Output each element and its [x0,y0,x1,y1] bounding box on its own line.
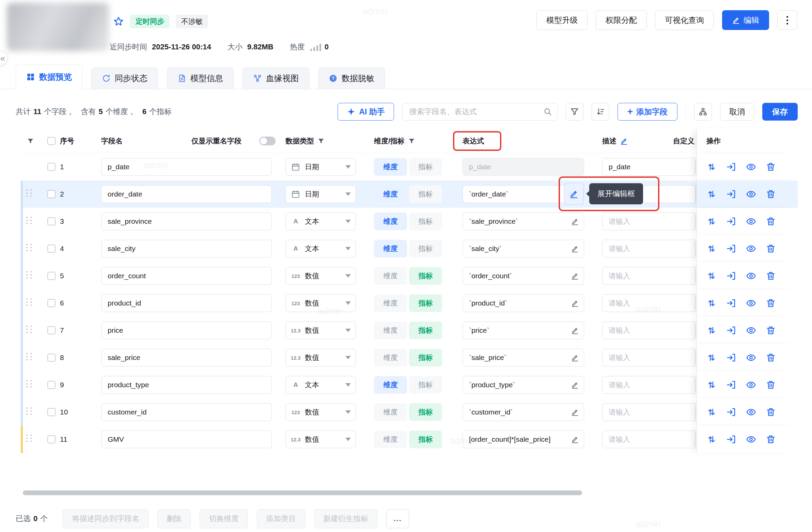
row-checkbox[interactable] [47,272,56,280]
metric-toggle[interactable]: 指标 [409,240,442,258]
drag-handle-icon[interactable] [26,244,33,251]
preview-field-icon[interactable] [746,271,756,281]
edit-button[interactable]: 编辑 [722,10,769,30]
insert-row-icon[interactable] [726,434,736,444]
description-input[interactable]: 请输入 [602,403,696,421]
ai-assistant-button[interactable]: AI 助手 [337,103,394,120]
field-name-input[interactable]: product_id [101,294,272,312]
save-button[interactable]: 保存 [762,103,798,120]
move-row-icon[interactable] [707,407,716,417]
insert-row-icon[interactable] [726,325,736,335]
delete-field-icon[interactable] [766,162,776,172]
favorite-star-icon[interactable] [113,16,124,27]
delete-field-icon[interactable] [766,244,776,254]
expression-input[interactable]: `price` [463,321,584,339]
delete-field-icon[interactable] [766,271,776,281]
expand-editor-icon[interactable] [568,433,582,446]
table-filter-icon[interactable] [27,129,34,153]
expand-editor-icon[interactable] [568,242,582,256]
tab-model-info[interactable]: 模型信息 [167,68,234,89]
move-row-icon[interactable] [707,244,716,254]
data-type-select[interactable]: A 文本 [286,376,356,394]
description-input[interactable]: 请输入 [602,321,696,339]
type-filter-icon[interactable] [317,138,324,145]
row-checkbox[interactable] [47,190,56,198]
insert-row-icon[interactable] [726,298,736,308]
field-name-input[interactable]: order_date [101,185,272,203]
dimension-toggle[interactable]: 维度 [374,321,407,339]
role-filter-icon[interactable] [408,138,415,145]
expression-input[interactable]: p_date [463,158,584,176]
move-row-icon[interactable] [707,325,716,335]
preview-field-icon[interactable] [746,216,756,227]
visual-query-button[interactable]: 可视化查询 [655,10,714,30]
dimension-toggle[interactable]: 维度 [374,431,407,448]
expand-editor-icon[interactable] [568,378,582,392]
expand-editor-icon[interactable] [568,215,582,228]
delete-selected-button[interactable]: 删除 [157,509,191,528]
drag-handle-icon[interactable] [26,407,33,415]
move-row-icon[interactable] [707,162,716,172]
expand-editor-icon[interactable] [568,405,582,419]
expand-editor-icon[interactable] [568,323,582,337]
dimension-toggle[interactable]: 维度 [374,185,407,203]
drag-handle-icon[interactable] [26,326,33,333]
drag-handle-icon[interactable] [26,271,33,278]
drag-handle-icon[interactable] [26,435,33,442]
move-row-icon[interactable] [707,353,716,363]
expression-input[interactable]: `product_type` [463,376,584,394]
search-input[interactable] [402,103,557,120]
metric-toggle[interactable]: 指标 [409,349,442,366]
switch-dimension-button[interactable]: 切换维度 [200,509,248,528]
move-row-icon[interactable] [707,189,716,199]
data-type-select[interactable]: 123 数值 [286,403,356,421]
insert-row-icon[interactable] [726,216,736,227]
expand-editor-icon[interactable] [568,296,582,310]
preview-field-icon[interactable] [746,244,756,254]
field-name-input[interactable]: sale_province [101,213,272,230]
preview-field-icon[interactable] [746,298,756,308]
dup-filter-toggle[interactable] [259,136,276,145]
tab-sync-status[interactable]: 同步状态 [91,68,158,89]
preview-field-icon[interactable] [746,189,756,199]
sort-button[interactable] [592,103,609,120]
data-type-select[interactable]: 123 数值 [286,294,356,312]
description-input[interactable]: 请输入 [602,267,696,285]
horizontal-scrollbar[interactable] [23,490,582,495]
drag-handle-icon[interactable] [26,353,33,360]
field-name-input[interactable]: order_count [101,267,272,285]
expression-input[interactable]: `product_id` [463,294,584,312]
drag-handle-icon[interactable] [26,380,33,388]
drag-handle-icon[interactable] [26,217,33,224]
delete-field-icon[interactable] [766,380,776,390]
preview-field-icon[interactable] [746,325,756,335]
filter-button[interactable] [566,103,583,120]
move-row-icon[interactable] [707,216,716,227]
field-name-input[interactable]: sale_price [101,349,272,366]
dimension-toggle[interactable]: 维度 [374,267,407,285]
metric-toggle[interactable]: 指标 [409,267,442,285]
move-row-icon[interactable] [707,271,716,281]
model-upgrade-button[interactable]: 模型升级 [536,10,588,30]
delete-field-icon[interactable] [766,216,776,227]
description-input[interactable]: 请输入 [602,349,696,366]
more-actions-button[interactable] [777,10,797,30]
expression-input[interactable]: `customer_id` [463,403,584,421]
drag-handle-icon[interactable] [26,298,33,306]
data-type-select[interactable]: A 文本 [286,240,356,258]
insert-row-icon[interactable] [726,244,736,254]
description-input[interactable]: 请输入 [602,376,696,394]
expression-input[interactable]: [order_count]*[sale_price] [463,431,584,448]
new-derived-metric-button[interactable]: 新建衍生指标 [314,509,377,528]
expression-input[interactable]: `order_count` [463,267,584,285]
description-input[interactable]: 请输入 [602,240,696,258]
description-input[interactable]: 请输入 [602,294,696,312]
metric-toggle[interactable]: 指标 [409,185,442,203]
move-row-icon[interactable] [707,380,716,390]
expand-editor-icon[interactable] [568,351,582,364]
tab-lineage-view[interactable]: 血缘视图 [243,68,309,89]
preview-field-icon[interactable] [746,434,756,444]
expand-editor-button[interactable] [564,183,584,205]
metric-toggle[interactable]: 指标 [409,158,442,176]
data-type-select[interactable]: 12.3 数值 [286,349,356,366]
